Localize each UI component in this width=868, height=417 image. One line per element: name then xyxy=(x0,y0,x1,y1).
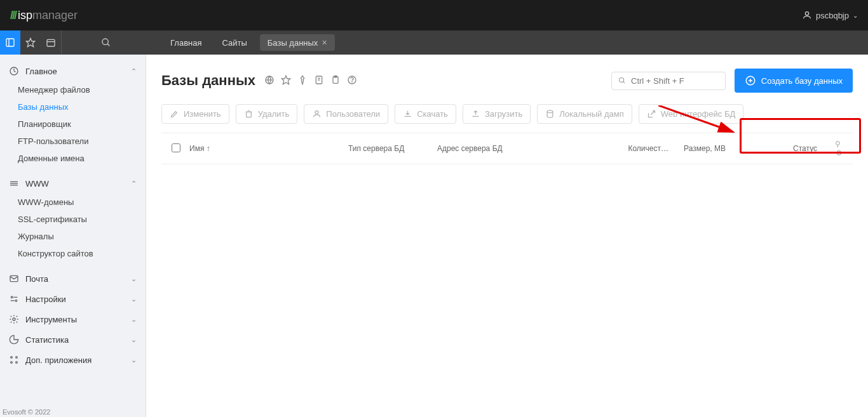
users-button[interactable]: Пользователи xyxy=(304,104,388,124)
www-icon xyxy=(9,178,19,189)
globe-icon[interactable] xyxy=(264,75,275,87)
sidebar-item-www-domains[interactable]: WWW-домены xyxy=(0,194,146,211)
sidebar-item-site-builder[interactable]: Конструктор сайтов xyxy=(0,245,146,262)
logo-slashes-icon: /// xyxy=(10,9,16,22)
sidebar-item-ftp-users[interactable]: FTP-пользователи xyxy=(0,133,146,150)
chevron-down-icon: ⌄ xyxy=(131,275,137,283)
tab-databases[interactable]: Базы данных × xyxy=(260,34,335,51)
clipboard-icon[interactable] xyxy=(330,75,341,87)
svg-point-0 xyxy=(805,12,808,15)
edit-button[interactable]: Изменить xyxy=(161,104,229,124)
column-status[interactable]: Статус xyxy=(771,144,822,153)
sidebar-section-settings[interactable]: Настройки ⌄ xyxy=(0,289,146,309)
breadcrumb-sites[interactable]: Сайты xyxy=(214,35,254,51)
footer-copyright: Evosoft © 2022 xyxy=(3,408,50,416)
svg-line-10 xyxy=(14,71,16,72)
search-icon xyxy=(101,37,111,48)
sidebar-item-scheduler[interactable]: Планировщик xyxy=(0,116,146,133)
logo: /// isp manager xyxy=(10,9,78,22)
document-icon[interactable] xyxy=(314,75,324,87)
help-icon[interactable] xyxy=(347,75,357,87)
svg-rect-4 xyxy=(47,39,55,46)
sidebar-item-file-manager[interactable]: Менеджер файлов xyxy=(0,81,146,98)
sidebar-item-ssl-certs[interactable]: SSL-сертификаты xyxy=(0,211,146,228)
web-interface-button[interactable]: Web интерфейс БД xyxy=(639,104,743,124)
column-server-addr[interactable]: Адрес сервера БД xyxy=(432,144,623,153)
select-all-checkbox[interactable] xyxy=(172,143,180,152)
close-icon[interactable]: × xyxy=(322,37,327,48)
column-server-type[interactable]: Тип сервера БД xyxy=(343,144,432,153)
star-icon[interactable] xyxy=(281,75,291,87)
svg-rect-1 xyxy=(6,39,14,46)
sidebar-item-databases[interactable]: Базы данных xyxy=(0,98,146,116)
svg-marker-26 xyxy=(281,76,290,84)
main-content: Базы данных Создать баз xyxy=(146,55,868,417)
download-icon xyxy=(403,109,412,119)
column-count[interactable]: Количест… xyxy=(623,144,674,153)
svg-point-19 xyxy=(13,318,15,321)
search-input[interactable] xyxy=(631,76,719,86)
upload-icon xyxy=(471,109,480,119)
search-box[interactable] xyxy=(611,72,726,90)
top-search-button[interactable] xyxy=(61,30,150,55)
svg-point-34 xyxy=(619,77,623,82)
sidebar-section-www[interactable]: WWW ⌃ xyxy=(0,173,146,194)
pin-icon[interactable] xyxy=(297,75,308,87)
chevron-down-icon: ⌄ xyxy=(131,295,137,303)
sidebar-section-mail[interactable]: Почта ⌄ xyxy=(0,268,146,289)
action-toolbar: Изменить Удалить Пользователи Скачать За… xyxy=(161,104,853,124)
plus-circle-icon xyxy=(745,75,756,86)
svg-point-6 xyxy=(102,39,108,44)
mail-icon xyxy=(9,274,19,284)
svg-point-17 xyxy=(15,300,17,301)
local-dump-button[interactable]: Локальный дамп xyxy=(537,104,632,124)
search-icon xyxy=(618,76,626,85)
settings-icon xyxy=(9,294,19,304)
sidebar-section-stats[interactable]: Статистика ⌄ xyxy=(0,329,146,350)
gear-icon xyxy=(9,314,19,324)
dashboard-icon xyxy=(9,66,19,76)
create-database-button[interactable]: Создать базу данных xyxy=(735,69,853,93)
tabs-bar: Главная Сайты Базы данных × xyxy=(0,30,868,55)
star-icon xyxy=(25,37,36,48)
sidebar-section-main[interactable]: Главное ⌃ xyxy=(0,61,146,81)
upload-button[interactable]: Загрузить xyxy=(463,104,531,124)
panel-toggle-button[interactable] xyxy=(0,30,20,55)
sidebar-section-apps[interactable]: Доп. приложения ⌄ xyxy=(0,350,146,370)
trash-icon xyxy=(244,109,254,119)
database-icon xyxy=(545,109,555,119)
panel-icon xyxy=(5,37,15,48)
sidebar-item-logs[interactable]: Журналы xyxy=(0,228,146,245)
svg-line-7 xyxy=(107,44,109,46)
chevron-up-icon: ⌃ xyxy=(131,180,137,188)
sidebar-section-tools[interactable]: Инструменты ⌄ xyxy=(0,309,146,329)
table-header: Имя ↑ Тип сервера БД Адрес сервера БД Ко… xyxy=(161,133,853,164)
user-menu[interactable]: pscbqbjp ⌄ xyxy=(802,10,858,20)
favorite-button[interactable] xyxy=(20,30,41,55)
filter-icon[interactable]: ⚲ xyxy=(835,140,841,149)
gear-icon[interactable]: ⚙ xyxy=(836,149,843,157)
column-name[interactable]: Имя ↑ xyxy=(184,144,343,153)
svg-point-20 xyxy=(11,357,13,359)
chevron-down-icon: ⌄ xyxy=(853,12,858,19)
top-header: /// isp manager pscbqbjp ⌄ xyxy=(0,0,868,30)
chevron-down-icon: ⌄ xyxy=(131,315,137,324)
download-button[interactable]: Скачать xyxy=(395,104,456,124)
svg-line-35 xyxy=(623,82,625,84)
sidebar-item-domain-names[interactable]: Доменные имена xyxy=(0,150,146,167)
svg-point-43 xyxy=(547,110,553,113)
apps-icon xyxy=(9,355,19,365)
user-name: pscbqbjp xyxy=(816,11,849,20)
calendar-button[interactable] xyxy=(41,30,61,55)
calendar-icon xyxy=(46,37,56,48)
pie-icon xyxy=(9,334,19,345)
chevron-down-icon: ⌄ xyxy=(131,356,137,364)
svg-rect-39 xyxy=(246,112,251,117)
column-size[interactable]: Размер, MB xyxy=(674,144,731,153)
delete-button[interactable]: Удалить xyxy=(236,104,298,124)
sidebar: Главное ⌃ Менеджер файлов Базы данных Пл… xyxy=(0,55,146,417)
breadcrumb-home[interactable]: Главная xyxy=(163,35,209,51)
svg-point-22 xyxy=(11,362,13,364)
users-icon xyxy=(312,109,322,119)
pencil-icon xyxy=(170,109,179,119)
